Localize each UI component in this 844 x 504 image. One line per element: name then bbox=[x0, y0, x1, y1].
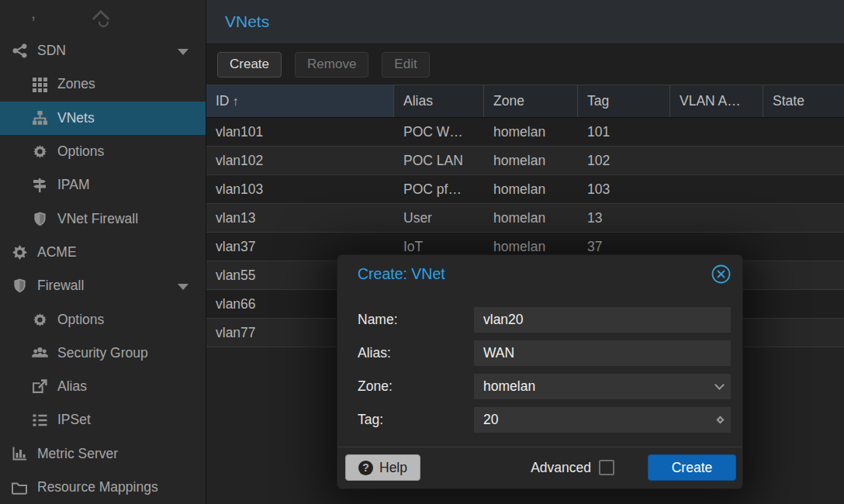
column-header-id[interactable]: ID↑ bbox=[206, 85, 394, 117]
field-label: Name: bbox=[358, 312, 474, 328]
advanced-checkbox[interactable] bbox=[599, 460, 614, 475]
dialog-footer: ? Help Advanced Create bbox=[337, 447, 742, 488]
help-button-label: Help bbox=[379, 460, 407, 476]
name-field-wrap bbox=[474, 307, 731, 333]
cell-zone: homelan bbox=[484, 153, 578, 169]
tag-input[interactable] bbox=[474, 407, 731, 433]
sidebar-item-acme[interactable]: ACME bbox=[0, 236, 206, 269]
field-row-alias: Alias: bbox=[358, 340, 731, 366]
table-row-vlan13[interactable]: vlan13Userhomelan13 bbox=[206, 204, 844, 233]
sidebar-item-label: Firewall bbox=[37, 278, 84, 294]
sidebar-item-label: SDN bbox=[37, 43, 66, 59]
sidebar-item-label: Options bbox=[57, 143, 104, 160]
gear-icon bbox=[29, 311, 50, 328]
sidebar: , SDNZonesVNetsOptionsIPAMVNet FirewallA… bbox=[0, 0, 206, 504]
bar-chart-icon bbox=[9, 445, 29, 462]
column-header-label: State bbox=[773, 93, 804, 109]
create-vnet-dialog: Create: VNet Name:Alias:Zone:Tag: ? Help… bbox=[337, 254, 743, 489]
column-header-alias[interactable]: Alias bbox=[394, 85, 484, 117]
sidebar-item-ipam[interactable]: IPAM bbox=[0, 168, 206, 202]
column-header-zone[interactable]: Zone bbox=[484, 85, 578, 117]
sidebar-item-metric-server[interactable]: Metric Server bbox=[0, 437, 206, 471]
certificate-icon bbox=[9, 243, 29, 261]
sidebar-item-zones[interactable]: Zones bbox=[0, 67, 206, 101]
cell-tag: 37 bbox=[578, 239, 670, 255]
cell-tag: 103 bbox=[578, 181, 670, 198]
advanced-label: Advanced bbox=[531, 460, 591, 476]
sidebar-item-label: IPAM bbox=[57, 177, 90, 193]
table-header-row: ID↑AliasZoneTagVLAN A…State bbox=[206, 85, 844, 118]
sidebar-item-label: IPSet bbox=[57, 412, 91, 428]
clipped-item-fragment: , bbox=[31, 3, 36, 23]
table-row-vlan102[interactable]: vlan102POC LANhomelan102 bbox=[206, 147, 844, 175]
cell-zone: homelan bbox=[484, 210, 578, 226]
cell-zone: homelan bbox=[484, 124, 578, 140]
zone-input[interactable] bbox=[474, 374, 731, 399]
dialog-body: Name:Alias:Zone:Tag: bbox=[337, 293, 742, 440]
help-button[interactable]: ? Help bbox=[345, 454, 420, 481]
cell-tag: 102 bbox=[578, 153, 670, 169]
cell-alias: IoT bbox=[394, 239, 484, 255]
list-ol-icon bbox=[29, 412, 50, 429]
table-row-vlan103[interactable]: vlan103POC pf…homelan103 bbox=[206, 175, 844, 204]
number-spinner[interactable] bbox=[718, 407, 723, 433]
create-button[interactable]: Create bbox=[217, 52, 282, 78]
dialog-title: Create: VNet bbox=[358, 265, 710, 283]
remove-button[interactable]: Remove bbox=[295, 52, 368, 78]
sidebar-item-vnets[interactable]: VNets bbox=[0, 102, 206, 135]
sidebar-item-options[interactable]: Options bbox=[0, 135, 206, 168]
sidebar-item-label: Alias bbox=[57, 378, 87, 395]
sidebar-item-vnet-firewall[interactable]: VNet Firewall bbox=[0, 202, 206, 235]
alias-input[interactable] bbox=[474, 340, 731, 366]
sidebar-item-sdn[interactable]: SDN bbox=[0, 34, 206, 67]
cell-alias: POC W… bbox=[394, 124, 484, 140]
create-submit-button[interactable]: Create bbox=[648, 454, 736, 481]
shield-icon bbox=[29, 210, 50, 227]
sidebar-item-label: Security Group bbox=[57, 345, 148, 361]
field-label: Tag: bbox=[358, 412, 474, 428]
dropdown-trigger[interactable] bbox=[716, 374, 723, 399]
chevron-down-icon bbox=[714, 380, 725, 390]
tag-field-wrap bbox=[474, 407, 731, 433]
column-header-label: Alias bbox=[403, 93, 433, 109]
column-header-state[interactable]: State bbox=[763, 85, 844, 117]
folder-icon bbox=[9, 479, 29, 496]
sidebar-item-resource-mappings[interactable]: Resource Mappings bbox=[0, 471, 206, 504]
name-input[interactable] bbox=[474, 307, 731, 333]
page-title: VNets bbox=[225, 12, 269, 31]
edit-button[interactable]: Edit bbox=[382, 52, 429, 78]
cell-alias: POC pf… bbox=[394, 181, 484, 198]
column-header-label: VLAN A… bbox=[680, 93, 741, 109]
sidebar-item-options[interactable]: Options bbox=[0, 302, 206, 336]
caret-down-icon[interactable] bbox=[178, 284, 189, 290]
panel-header: VNets bbox=[206, 0, 844, 44]
caret-down-icon[interactable] bbox=[178, 49, 189, 55]
spinner-down-icon[interactable] bbox=[717, 416, 725, 423]
cell-zone: homelan bbox=[484, 181, 578, 198]
column-header-tag[interactable]: Tag bbox=[578, 85, 670, 117]
field-row-zone: Zone: bbox=[358, 374, 731, 399]
alias-field-wrap bbox=[474, 340, 731, 366]
field-row-name: Name: bbox=[358, 307, 731, 333]
sidebar-item-firewall[interactable]: Firewall bbox=[0, 269, 206, 302]
sidebar-item-label: Options bbox=[57, 312, 104, 328]
column-header-vlan_aware[interactable]: VLAN A… bbox=[670, 85, 763, 117]
cell-tag: 13 bbox=[578, 210, 670, 226]
sidebar-item-ipset[interactable]: IPSet bbox=[0, 403, 206, 437]
sidebar-item-label: ACME bbox=[37, 244, 77, 261]
cell-alias: POC LAN bbox=[394, 153, 484, 169]
gear-icon bbox=[29, 143, 50, 161]
sitemap-icon bbox=[29, 109, 50, 126]
sidebar-item-alias[interactable]: Alias bbox=[0, 370, 206, 403]
column-header-label: ID bbox=[216, 93, 230, 109]
column-header-label: Tag bbox=[587, 93, 609, 109]
sidebar-item-label: Resource Mappings bbox=[37, 479, 158, 495]
sidebar-item-security-group[interactable]: Security Group bbox=[0, 337, 206, 370]
close-icon[interactable] bbox=[710, 263, 732, 285]
cell-tag: 101 bbox=[578, 124, 670, 140]
question-circle-icon: ? bbox=[358, 461, 373, 475]
sidebar-scroll-up[interactable]: , bbox=[0, 0, 206, 34]
grid-icon bbox=[29, 76, 50, 93]
table-row-vlan101[interactable]: vlan101POC W…homelan101 bbox=[206, 118, 844, 147]
zone-field-wrap bbox=[474, 374, 731, 399]
